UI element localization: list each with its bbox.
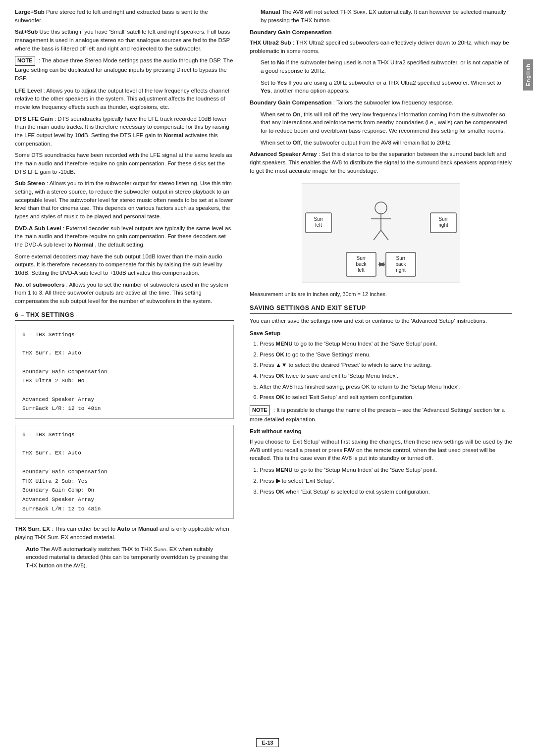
save-steps-list: Press MENU to go to the 'Setup Menu Inde… — [260, 340, 512, 402]
on-bold: On — [293, 111, 301, 117]
page: English Large+Sub Pure stereo fed to lef… — [0, 0, 535, 756]
main-content: Large+Sub Pure stereo fed to left and ri… — [0, 0, 521, 756]
auto-text: Auto The AV8 automatically switches THX … — [26, 545, 234, 570]
menu-label-2: MENU — [276, 467, 293, 473]
saving-intro-text: You can either save the settings now and… — [250, 317, 512, 325]
thx-box-1-line-5: Advanced Speaker Array — [22, 395, 226, 404]
thx-box-2-line-5: Boundary Gain Comp: On — [22, 486, 226, 495]
thx-box-2-line-3: Boundary Gain Compensation — [22, 467, 226, 477]
manual-block: Manual The AV8 will not select THX Surr.… — [261, 8, 512, 24]
svg-text:right: right — [396, 267, 406, 273]
svg-text:left: left — [358, 267, 365, 273]
right-column: Manual The AV8 will not select THX Surr.… — [243, 5, 521, 751]
when-off-block: When set to Off, the subwoofer output fr… — [261, 139, 512, 147]
svg-text:right: right — [438, 222, 448, 228]
thx-box-2-line-6: Advanced Speaker Array — [22, 495, 226, 504]
thx-surr-ex-block: THX Surr. EX : This can either be set to… — [15, 525, 234, 541]
thx-box-1-spacer2 — [22, 358, 226, 367]
large-sub-block: Large+Sub Pure stereo fed to left and ri… — [15, 8, 234, 24]
measurement-text: Measurement units are in inches only, 30… — [250, 291, 512, 299]
thx-surr-ex-text: : This can either be set to — [52, 526, 117, 532]
boundary-comp-text: : Tailors the subwoofer low frequency re… — [333, 100, 454, 105]
dvd-a-note: Some external decoders may have the sub … — [15, 252, 234, 277]
thx-box-1-line-6: SurrBack L/R: 12 to 48in — [22, 404, 226, 413]
thx-box-1-line-4: THX Ultra 2 Sub: No — [22, 376, 226, 386]
dvd-a-normal: Normal — [74, 242, 94, 248]
ok-label-3: OK — [276, 394, 284, 400]
left-column: Large+Sub Pure stereo fed to left and ri… — [0, 5, 243, 751]
thx-box-2-line-2: THX Surr. EX: Auto — [22, 449, 226, 458]
svg-text:Surr: Surr — [357, 255, 367, 261]
save-step-2: Press OK to go to the 'Save Settings' me… — [260, 351, 512, 359]
save-setup-heading: Save Setup — [250, 329, 512, 338]
thx-surr-ex-term: THX Surr. EX — [15, 526, 50, 532]
manual-text: Manual The AV8 will not select THX Surr.… — [261, 8, 512, 24]
exit-step-2: Press ▶ to select 'Exit Setup'. — [260, 477, 512, 485]
thx-box-2-spacer2 — [22, 458, 226, 467]
thx-ultra2-term: THX Ultra2 Sub — [250, 40, 291, 46]
thx-box-2: 6 - THX Settings THX Surr. EX: Auto Boun… — [15, 425, 234, 519]
sub-stereo-term: Sub Stereo — [15, 180, 45, 186]
lfe-level-text: : Allows you to adjust the output level … — [15, 88, 229, 110]
sat-sub-term: Sat+Sub — [15, 29, 38, 35]
menu-label-1: MENU — [276, 341, 293, 347]
thx-small-5: THX — [301, 17, 312, 23]
boundary-comp-term: Boundary Gain Compensation — [250, 100, 332, 105]
when-on-text: When set to On, this will roll off the v… — [261, 110, 512, 135]
off-bold: Off — [293, 140, 301, 146]
note-presets: NOTE : It is possible to change the name… — [250, 405, 512, 424]
page-number: E-13 — [256, 738, 278, 747]
thx-small-1: THX — [121, 546, 133, 552]
num-subwoofers-block: No. of subwoofers : Allows you to set th… — [15, 281, 234, 305]
set-no-text: Set to No if the subwoofer being used is… — [261, 58, 512, 75]
sub-stereo-text: : Allows you to trim the subwoofer outpu… — [15, 180, 233, 219]
sub-stereo-block: Sub Stereo : Allows you to trim the subw… — [15, 179, 234, 220]
manual-label: Manual — [138, 526, 158, 532]
exit-step-3: Press OK when 'Exit Setup' is selected t… — [260, 488, 512, 496]
thx-box-1-line-1: 6 - THX Settings — [22, 330, 226, 340]
svg-text:back: back — [356, 261, 367, 267]
num-sub-term: No. of subwoofers — [15, 282, 64, 288]
yes-bold2: Yes — [261, 88, 270, 94]
fav-label: FAV — [344, 447, 355, 453]
thx-box-2-line-7: SurrBack L/R: 12 to 48in — [22, 504, 226, 514]
auto-term: Auto — [26, 546, 39, 552]
sat-sub-text: Use this setting if you have 'Small' sat… — [15, 29, 230, 51]
manual-desc: The AV8 will not select THX Surr. EX aut… — [261, 9, 506, 23]
save-step-1: Press MENU to go to the 'Setup Menu Inde… — [260, 340, 512, 348]
when-off-text: When set to Off, the subwoofer output fr… — [261, 139, 512, 147]
thx-surr-or: or — [132, 526, 138, 532]
note-text-2: : It is possible to change the name of t… — [250, 407, 505, 422]
dts-lfe-gain-block: DTS LFE Gain : DTS soundtracks typically… — [15, 115, 234, 148]
diagram-svg: Surr left Surr right — [302, 181, 460, 285]
thx-section-heading: 6 – THX SETTINGS — [15, 310, 234, 321]
svg-text:Surr: Surr — [439, 216, 449, 222]
sidebar-tab: English — [521, 0, 535, 756]
exit-step-1: Press MENU to go to the 'Setup Menu Inde… — [260, 466, 512, 474]
thx-box-1-line-3: Boundary Gain Compensation — [22, 367, 226, 377]
auto-label: Auto — [117, 526, 130, 532]
dvd-a-sub-block: DVD-A Sub Level : External decoder sub l… — [15, 224, 234, 249]
save-step-4: Press OK twice to save and exit to 'Setu… — [260, 372, 512, 380]
thx-small-2: THX Surr. EX — [141, 546, 177, 552]
thx-box-2-spacer1 — [22, 440, 226, 449]
ok-label-2: OK — [276, 373, 284, 379]
no-bold: No — [277, 59, 284, 65]
exit-without-saving-heading: Exit without saving — [250, 427, 512, 436]
saving-section-heading: SAVING SETTINGS AND EXIT SETUP — [250, 303, 512, 314]
footer: E-13 — [0, 738, 535, 747]
sidebar-language-label: English — [523, 59, 533, 91]
thx-box-1-spacer1 — [22, 340, 226, 349]
arrow-label: ▲▼ — [276, 362, 287, 368]
note-label-1: NOTE — [15, 56, 35, 66]
svg-text:Surr: Surr — [396, 255, 406, 261]
save-step-3: Press ▲▼ to select the desired 'Preset' … — [260, 361, 512, 369]
thx-box-2-line-1: 6 - THX Settings — [22, 430, 226, 440]
thx-ultra2-sub-block: THX Ultra2 Sub : THX Ultra2 specified su… — [250, 39, 512, 55]
sat-sub-block: Sat+Sub Use this setting if you have 'Sm… — [15, 28, 234, 52]
dts-lfe-gain-term: DTS LFE Gain — [15, 116, 53, 122]
svg-text:Surr: Surr — [314, 216, 324, 222]
set-yes-text: Set to Yes If you are using a 20Hz subwo… — [261, 79, 512, 95]
ok-label-1: OK — [276, 352, 284, 357]
exit-steps-list: Press MENU to go to the 'Setup Menu Inde… — [260, 466, 512, 496]
